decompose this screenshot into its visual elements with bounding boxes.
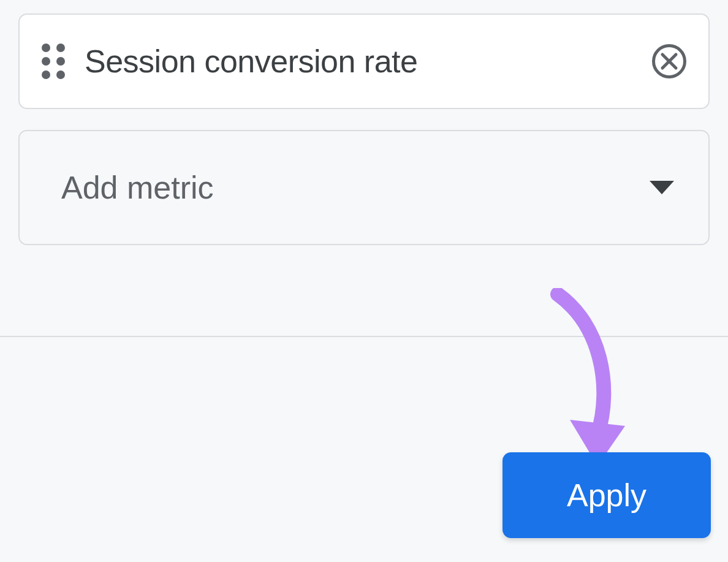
- apply-button[interactable]: Apply: [502, 452, 711, 538]
- metric-chip[interactable]: Session conversion rate: [18, 13, 710, 109]
- add-metric-dropdown[interactable]: Add metric: [18, 130, 710, 245]
- metrics-panel: Session conversion rate Add metric: [0, 0, 728, 245]
- add-metric-label: Add metric: [61, 169, 650, 206]
- divider: [0, 336, 728, 337]
- chevron-down-icon: [650, 181, 674, 194]
- remove-metric-button[interactable]: [652, 44, 686, 78]
- drag-handle-icon[interactable]: [42, 44, 65, 79]
- arrow-annotation-icon: [527, 288, 650, 472]
- metric-label: Session conversion rate: [85, 43, 632, 80]
- close-icon: [660, 52, 678, 70]
